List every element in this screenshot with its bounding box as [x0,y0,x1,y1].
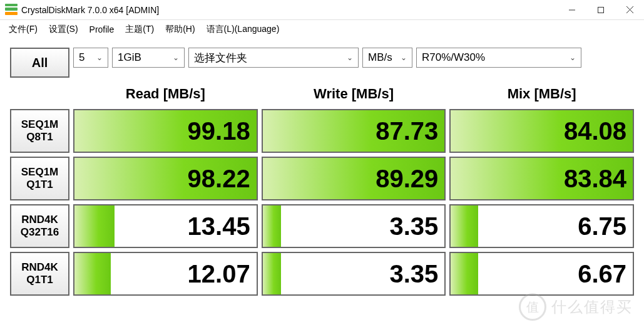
app-icon [5,4,18,16]
chevron-down-icon: ⌄ [347,53,353,62]
titlebar: CrystalDiskMark 7.0.0 x64 [ADMIN] [0,0,644,20]
test-button[interactable]: SEQ1MQ8T1 [10,109,69,153]
bench-row: SEQ1MQ1T198.2289.2983.84 [10,157,634,200]
menu-language[interactable]: 语言(L)(Language) [202,21,285,38]
result-cell-read: 12.07 [73,252,258,296]
maximize-button[interactable] [586,0,615,20]
test-label-1: RND4K [21,214,58,226]
result-fill [74,205,115,247]
minimize-button[interactable] [558,0,586,20]
maximize-icon [598,7,604,13]
mix-dropdown[interactable]: R70%/W30% ⌄ [416,48,581,68]
menu-profile[interactable]: Profile [84,22,120,37]
column-headers: Read [MB/s] Write [MB/s] Mix [MB/s] [10,83,634,105]
menu-theme[interactable]: 主题(T) [120,21,159,38]
test-size-value: 1GiB [118,51,141,64]
run-all-button[interactable]: All [10,48,69,78]
test-label-2: Q1T1 [26,179,53,191]
result-cell-write: 3.35 [262,252,446,296]
result-value: 89.29 [376,165,438,193]
result-value: 99.18 [188,117,250,145]
test-label-2: Q32T16 [21,226,59,239]
bench-row: RND4KQ1T112.073.356.67 [10,252,634,296]
result-fill [263,253,281,294]
menubar: 文件(F) 设置(S) Profile 主题(T) 帮助(H) 语言(L)(La… [0,20,644,39]
unit-dropdown[interactable]: MB/s ⌄ [362,48,412,68]
toolbar-row: All 5 ⌄ 1GiB ⌄ 选择文件夹 ⌄ MB/s ⌄ [10,48,634,78]
chevron-down-icon: ⌄ [401,53,407,62]
chevron-down-icon: ⌄ [96,53,103,62]
result-cell-write: 87.73 [262,109,446,153]
window-title: CrystalDiskMark 7.0.0 x64 [ADMIN] [21,5,159,15]
minimize-icon [569,7,575,13]
result-cell-read: 98.22 [73,157,258,200]
result-cell-read: 13.45 [73,204,258,248]
test-label-2: Q1T1 [26,274,53,286]
result-fill [451,253,478,294]
test-label-2: Q8T1 [26,131,53,143]
result-fill [74,253,111,294]
result-cell-mix: 6.75 [449,204,634,248]
run-all-label: All [32,56,48,70]
result-fill [451,205,478,247]
chevron-down-icon: ⌄ [173,53,179,62]
test-size-dropdown[interactable]: 1GiB ⌄ [112,48,185,68]
bench-row: SEQ1MQ8T199.1887.7384.08 [10,109,634,153]
menu-file[interactable]: 文件(F) [4,21,43,38]
svg-rect-1 [598,7,604,13]
mix-value: R70%/W30% [422,51,485,64]
test-label-1: RND4K [21,261,58,274]
test-button[interactable]: SEQ1MQ1T1 [10,157,69,200]
test-button[interactable]: RND4KQ1T1 [10,252,69,296]
header-mix: Mix [MB/s] [449,83,634,105]
result-value: 6.75 [578,212,626,241]
test-button[interactable]: RND4KQ32T16 [10,204,69,248]
result-cell-mix: 6.67 [449,252,634,296]
result-value: 3.35 [389,212,438,241]
header-read: Read [MB/s] [73,83,258,105]
result-value: 83.84 [564,165,626,193]
result-cell-mix: 83.84 [449,157,634,200]
target-dropdown[interactable]: 选择文件夹 ⌄ [188,48,359,68]
result-value: 98.22 [188,165,250,193]
content-area: All 5 ⌄ 1GiB ⌄ 选择文件夹 ⌄ MB/s ⌄ [0,39,644,302]
result-cell-read: 99.18 [73,109,258,153]
result-value: 12.07 [188,260,250,288]
unit-value: MB/s [368,51,392,64]
menu-settings[interactable]: 设置(S) [44,21,83,38]
bench-row: RND4KQ32T1613.453.356.75 [10,204,634,248]
test-count-dropdown[interactable]: 5 ⌄ [73,48,108,68]
menu-help[interactable]: 帮助(H) [160,21,200,38]
result-cell-write: 89.29 [262,157,446,200]
chevron-down-icon: ⌄ [570,53,576,62]
close-button[interactable] [615,0,644,20]
result-value: 13.45 [188,212,250,241]
result-value: 3.35 [389,260,438,288]
result-fill [263,205,281,247]
result-value: 87.73 [376,117,438,145]
test-count-value: 5 [79,51,84,64]
test-label-1: SEQ1M [21,118,59,131]
result-cell-write: 3.35 [262,204,446,248]
result-cell-mix: 84.08 [449,109,634,153]
target-value: 选择文件夹 [194,51,247,65]
test-label-1: SEQ1M [21,166,59,179]
result-value: 84.08 [564,117,626,145]
close-icon [626,6,633,13]
result-value: 6.67 [578,260,626,288]
header-write: Write [MB/s] [262,83,446,105]
